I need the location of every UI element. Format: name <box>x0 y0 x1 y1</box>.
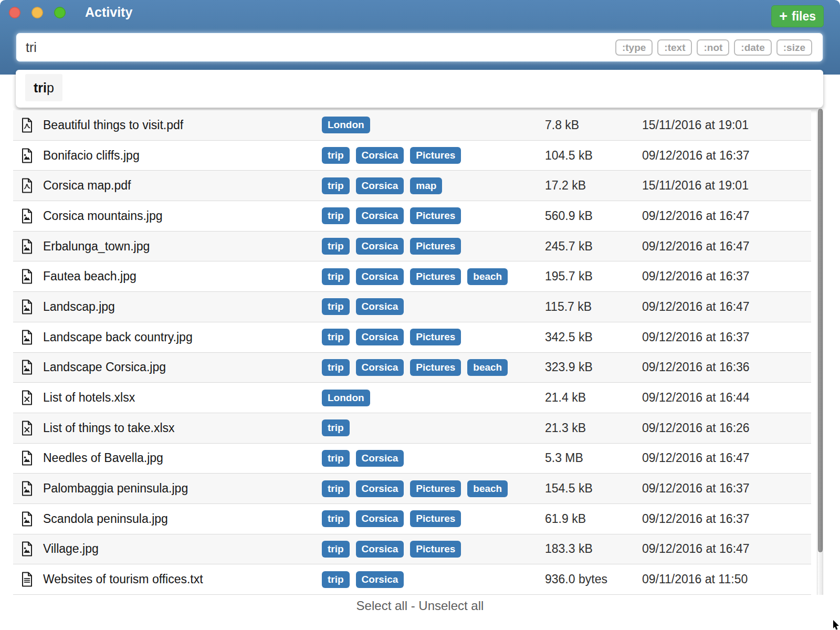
file-row[interactable]: Beautiful things to visit.pdfLondon7.8 k… <box>13 110 811 141</box>
tag-trip[interactable]: trip <box>322 510 350 527</box>
file-row[interactable]: Landscap.jpgtripCorsica115.7 kB09/12/201… <box>13 292 811 322</box>
file-row[interactable]: Scandola peninsula.jpgtripCorsicaPicture… <box>13 504 811 534</box>
file-icon-cell <box>13 390 43 405</box>
file-row[interactable]: List of hotels.xlsxLondon21.4 kB09/12/20… <box>13 383 811 413</box>
unselect-all-link[interactable]: Unselect all <box>418 598 484 613</box>
tag-corsica[interactable]: Corsica <box>356 450 404 467</box>
tag-pictures[interactable]: Pictures <box>410 359 461 376</box>
tag-pictures[interactable]: Pictures <box>410 207 461 224</box>
file-date: 09/12/2016 at 16:36 <box>642 360 811 374</box>
file-icon-cell <box>13 572 43 587</box>
tag-pictures[interactable]: Pictures <box>410 147 461 164</box>
page-title: Activity <box>85 5 132 20</box>
file-icon-cell <box>13 178 43 193</box>
file-name: Erbalunga_town.jpg <box>43 239 322 254</box>
tag-map[interactable]: map <box>410 177 442 194</box>
tag-trip[interactable]: trip <box>322 450 350 467</box>
tag-corsica[interactable]: Corsica <box>356 177 404 194</box>
text-file-icon <box>21 572 33 587</box>
tag-trip[interactable]: trip <box>322 571 350 588</box>
tag-beach[interactable]: beach <box>467 480 508 497</box>
file-row[interactable]: Landscape Corsica.jpgtripCorsicaPictures… <box>13 353 811 383</box>
search-filter-buttons: :type:text:not:date:size <box>615 39 812 56</box>
image-file-icon <box>21 450 33 466</box>
file-row[interactable]: Village.jpgtripCorsicaPictures183.3 kB09… <box>13 534 811 565</box>
filter-button-text[interactable]: :text <box>657 39 692 56</box>
tag-trip[interactable]: trip <box>322 419 350 436</box>
file-date: 15/11/2016 at 19:01 <box>642 118 811 132</box>
file-row[interactable]: Corsica map.pdftripCorsicamap17.2 kB15/1… <box>13 171 811 201</box>
tag-corsica[interactable]: Corsica <box>356 207 404 224</box>
image-file-icon <box>21 330 33 345</box>
tag-trip[interactable]: trip <box>322 541 350 558</box>
tag-beach[interactable]: beach <box>467 359 508 376</box>
traffic-lights <box>9 7 66 18</box>
file-row[interactable]: Needles of Bavella.jpgtripCorsica5.3 MB0… <box>13 444 811 474</box>
file-icon-cell <box>13 511 43 527</box>
file-row[interactable]: List of things to take.xlsxtrip21.3 kB09… <box>13 413 811 444</box>
file-row[interactable]: Landscape back country.jpgtripCorsicaPic… <box>13 322 811 353</box>
filter-button-date[interactable]: :date <box>734 39 771 56</box>
tag-pictures[interactable]: Pictures <box>410 238 461 255</box>
file-name: Needles of Bavella.jpg <box>43 451 322 465</box>
tag-trip[interactable]: trip <box>322 147 350 164</box>
autocomplete-suggestion-trip[interactable]: trip <box>25 74 62 101</box>
tag-trip[interactable]: trip <box>322 359 350 376</box>
file-icon-cell <box>13 118 43 133</box>
filter-button-not[interactable]: :not <box>697 39 729 56</box>
file-tags: tripCorsica <box>322 298 545 315</box>
tag-corsica[interactable]: Corsica <box>356 571 404 588</box>
image-file-icon <box>21 481 33 496</box>
file-icon-cell <box>13 360 43 375</box>
tag-trip[interactable]: trip <box>322 177 350 194</box>
file-row[interactable]: Corsica mountains.jpgtripCorsicaPictures… <box>13 201 811 232</box>
tag-trip[interactable]: trip <box>322 268 350 285</box>
tag-trip[interactable]: trip <box>322 238 350 255</box>
zoom-window-button[interactable] <box>54 7 66 18</box>
tag-corsica[interactable]: Corsica <box>356 147 404 164</box>
tag-corsica[interactable]: Corsica <box>356 541 404 558</box>
file-tags: London <box>322 117 545 133</box>
file-row[interactable]: Fautea beach.jpgtripCorsicaPicturesbeach… <box>13 261 811 292</box>
tag-corsica[interactable]: Corsica <box>356 268 404 285</box>
pdf-file-icon <box>21 118 33 133</box>
close-window-button[interactable] <box>9 7 20 18</box>
tag-trip[interactable]: trip <box>322 207 350 224</box>
tag-trip[interactable]: trip <box>322 329 350 345</box>
tag-pictures[interactable]: Pictures <box>410 541 461 558</box>
file-tags: tripCorsicamap <box>322 177 545 194</box>
scrollbar-thumb[interactable] <box>818 109 823 552</box>
tag-pictures[interactable]: Pictures <box>410 510 461 527</box>
tag-trip[interactable]: trip <box>322 480 350 497</box>
file-date: 09/12/2016 at 16:26 <box>642 421 811 435</box>
file-icon-cell <box>13 269 43 284</box>
tag-corsica[interactable]: Corsica <box>356 298 404 315</box>
minimize-window-button[interactable] <box>32 7 43 18</box>
file-tags: tripCorsica <box>322 571 545 588</box>
tag-london[interactable]: London <box>322 390 370 406</box>
tag-pictures[interactable]: Pictures <box>410 480 461 497</box>
select-all-link[interactable]: Select all <box>356 598 407 613</box>
file-row[interactable]: Erbalunga_town.jpgtripCorsicaPictures245… <box>13 232 811 262</box>
file-name: Beautiful things to visit.pdf <box>43 118 322 132</box>
search-input[interactable] <box>16 40 615 55</box>
tag-corsica[interactable]: Corsica <box>356 480 404 497</box>
tag-corsica[interactable]: Corsica <box>356 359 404 376</box>
filter-button-size[interactable]: :size <box>776 39 812 56</box>
tag-corsica[interactable]: Corsica <box>356 510 404 527</box>
tag-trip[interactable]: trip <box>322 298 350 315</box>
tag-pictures[interactable]: Pictures <box>410 268 461 285</box>
tag-corsica[interactable]: Corsica <box>356 238 404 255</box>
tag-corsica[interactable]: Corsica <box>356 329 404 345</box>
tag-pictures[interactable]: Pictures <box>410 329 461 345</box>
filter-button-type[interactable]: :type <box>615 39 653 56</box>
file-name: Landscape Corsica.jpg <box>43 360 322 374</box>
tag-london[interactable]: London <box>322 117 370 133</box>
tag-beach[interactable]: beach <box>467 268 508 285</box>
file-row[interactable]: Websites of tourism offices.txttripCorsi… <box>13 564 811 595</box>
file-size: 183.3 kB <box>545 542 642 556</box>
file-row[interactable]: Palombaggia peninsula.jpgtripCorsicaPict… <box>13 474 811 504</box>
file-date: 09/12/2016 at 16:37 <box>642 269 811 284</box>
file-row[interactable]: Bonifacio cliffs.jpgtripCorsicaPictures1… <box>13 141 811 171</box>
add-files-button[interactable]: + files <box>771 5 824 27</box>
